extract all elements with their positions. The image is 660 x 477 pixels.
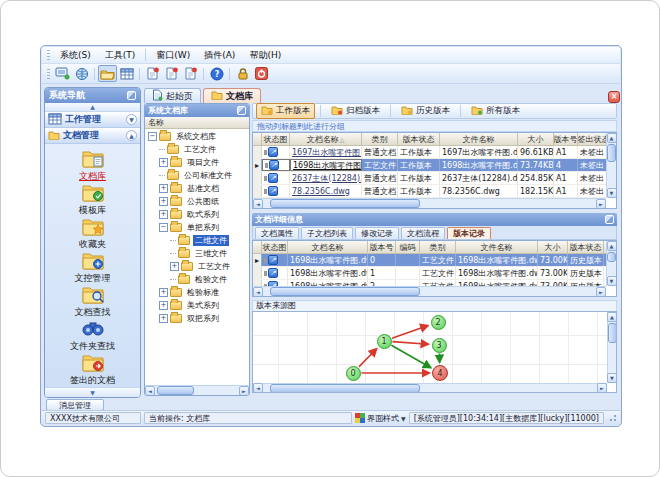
column-header-1[interactable]: 文档名称△ xyxy=(290,133,362,145)
sidebar-scroll-down[interactable]: ▼ xyxy=(45,387,140,397)
version-button-3[interactable]: 历史版本 xyxy=(396,103,455,119)
version-button-1[interactable]: 工作版本 xyxy=(256,103,315,119)
version-node-1[interactable]: 1 xyxy=(377,334,392,349)
tree-node-13[interactable]: +检验标准 xyxy=(145,286,249,299)
horizontal-scrollbar[interactable]: ◄► xyxy=(253,198,606,208)
tree-node-6[interactable]: +公共图纸 xyxy=(145,195,249,208)
sidebar-group-1[interactable]: 工作管理▼ xyxy=(45,112,140,128)
tree-node-2[interactable]: 工艺文件 xyxy=(145,143,249,156)
version-node-4[interactable]: 4 xyxy=(432,365,448,381)
menu-item-5[interactable]: 帮助(H) xyxy=(242,47,288,64)
cancel-checkout-icon[interactable] xyxy=(181,65,200,82)
column-header-1[interactable]: 文档名称 xyxy=(288,241,368,253)
pin-icon[interactable] xyxy=(127,91,136,100)
tree-node-3[interactable]: +项目文件 xyxy=(145,156,249,169)
tree-horizontal-scrollbar[interactable]: ◄► xyxy=(145,385,249,395)
column-header-0[interactable]: 状态图 xyxy=(262,241,288,253)
column-header-0[interactable]: 状态图 xyxy=(262,133,290,145)
pin-icon[interactable] xyxy=(605,215,614,224)
collapse-icon[interactable]: − xyxy=(148,132,157,141)
exit-icon[interactable] xyxy=(252,65,271,82)
tree-column-header[interactable]: 名称 xyxy=(145,117,249,129)
table-row[interactable]: ↗1698出水嘴零件图.dwg1工艺文件1698出水嘴零件图.dwg73.00K… xyxy=(253,267,616,280)
chevron-down-icon[interactable]: ▼ xyxy=(126,114,137,125)
sidebar-group-2[interactable]: 文档管理▲ xyxy=(45,128,140,144)
interface-icon[interactable] xyxy=(53,65,72,82)
column-header-5[interactable]: 文件名称 xyxy=(456,241,538,253)
column-header-2[interactable]: 版本号 xyxy=(368,241,396,253)
sidebar-item-6[interactable]: 文件夹查找 xyxy=(45,318,140,352)
column-header-6[interactable]: 大小 xyxy=(538,241,568,253)
menu-item-1[interactable]: 系统(S) xyxy=(53,47,98,64)
column-header-2[interactable]: 类别 xyxy=(362,133,398,145)
version-button-4[interactable]: 所有版本 xyxy=(466,103,525,119)
expand-icon[interactable]: + xyxy=(159,288,168,297)
version-node-2[interactable]: 2 xyxy=(431,315,446,330)
collapse-icon[interactable]: − xyxy=(159,223,168,232)
table-row[interactable]: ↗2637主体(12284).dwg普通文档工作版本2637主体(12284).… xyxy=(253,172,616,185)
tree-node-14[interactable]: +美式系列 xyxy=(145,299,249,312)
sidebar-item-3[interactable]: 收藏夹 xyxy=(45,216,140,250)
expand-icon[interactable]: + xyxy=(159,158,168,167)
detail-tab-3[interactable]: 修改记录 xyxy=(355,227,399,239)
tree-node-9[interactable]: 二维文件 xyxy=(145,234,249,247)
pin-icon[interactable] xyxy=(237,106,246,115)
horizontal-scrollbar[interactable]: ◄► xyxy=(253,383,607,392)
globe-icon[interactable] xyxy=(72,65,91,82)
tree-node-4[interactable]: 公司标准文件 xyxy=(145,169,249,182)
menu-drag-grip[interactable] xyxy=(47,50,50,60)
detail-tab-1[interactable]: 文档属性 xyxy=(255,227,299,239)
version-button-2[interactable]: 归档版本 xyxy=(326,103,385,119)
column-header-3[interactable]: 版本状态 xyxy=(398,133,440,145)
column-header-5[interactable]: 大小 xyxy=(518,133,554,145)
column-header-4[interactable]: 类别 xyxy=(420,241,456,253)
column-header-6[interactable]: 版本号 xyxy=(554,133,578,145)
detail-tab-2[interactable]: 子文档列表 xyxy=(301,227,353,239)
expand-icon[interactable]: + xyxy=(159,210,168,219)
resize-grip[interactable] xyxy=(609,414,617,422)
template-grid-icon[interactable] xyxy=(117,65,136,82)
tree-node-12[interactable]: 检验文件 xyxy=(145,273,249,286)
tree-node-15[interactable]: +双把系列 xyxy=(145,312,249,325)
sidebar-item-7[interactable]: 签出的文档 xyxy=(45,352,140,386)
expand-icon[interactable]: + xyxy=(170,262,179,271)
table-row[interactable]: ↗1697出水嘴零件图.dwg普通文档工作版本1697出水嘴零件图.dwg96.… xyxy=(253,146,616,159)
sidebar-collapse-strip[interactable]: ▲ xyxy=(45,103,140,112)
sidebar-item-2[interactable]: 模板库 xyxy=(45,182,140,216)
table-row[interactable]: ▸↗1698出水嘴零件图.dwg工艺文件工作版本1698出水嘴零件图.dwg73… xyxy=(253,159,616,172)
expand-icon[interactable]: + xyxy=(159,314,168,323)
document-library-icon[interactable] xyxy=(98,65,117,82)
expand-icon[interactable]: + xyxy=(159,184,168,193)
tree-node-11[interactable]: +工艺文件 xyxy=(145,260,249,273)
table-row[interactable]: ▸↗1698出水嘴零件图.dwg0工艺文件1698出水嘴零件图.dwg73.00… xyxy=(253,254,616,267)
lock-icon[interactable] xyxy=(233,65,252,82)
tab-2[interactable]: 文档库 xyxy=(203,88,261,103)
column-header-3[interactable]: 编码 xyxy=(396,241,420,253)
help-icon[interactable]: ? xyxy=(207,65,226,82)
tab-1[interactable]: 起始页 xyxy=(144,88,201,103)
checkin-document-icon[interactable] xyxy=(143,65,162,82)
table-row[interactable]: ↗78.2356C.dwg普通文档工作版本78.2356C.dwg182.15K… xyxy=(253,185,616,198)
vertical-scrollbar[interactable]: ▲▼ xyxy=(606,241,616,286)
expand-icon[interactable]: + xyxy=(159,301,168,310)
horizontal-scrollbar[interactable]: ◄► xyxy=(253,286,606,296)
column-header-7[interactable]: 版本状态 xyxy=(568,241,604,253)
checkout-document-icon[interactable] xyxy=(162,65,181,82)
tree-node-1[interactable]: −系统文档库 xyxy=(145,130,249,143)
detail-tab-5[interactable]: 版本记录 xyxy=(447,227,491,239)
sidebar-item-5[interactable]: 文档查找 xyxy=(45,284,140,318)
vertical-scrollbar[interactable]: ▲▼ xyxy=(607,312,616,383)
style-selector[interactable]: 界面样式 ▼ xyxy=(355,413,406,424)
sidebar-item-1[interactable]: 文档库 xyxy=(45,148,140,182)
menu-item-3[interactable]: 窗口(W) xyxy=(149,47,197,64)
chevron-up-icon[interactable]: ▲ xyxy=(126,130,137,141)
vertical-scrollbar[interactable]: ▲▼ xyxy=(606,133,616,198)
detail-tab-4[interactable]: 文档流程 xyxy=(401,227,445,239)
column-header-4[interactable]: 文件名称 xyxy=(440,133,518,145)
tree-node-8[interactable]: −单把系列 xyxy=(145,221,249,234)
menu-item-4[interactable]: 插件(A) xyxy=(197,47,242,64)
expand-icon[interactable]: + xyxy=(159,197,168,206)
version-graph[interactable]: 01234▲▼◄► xyxy=(252,311,617,393)
sidebar-item-4[interactable]: 文控管理 xyxy=(45,250,140,284)
toolbar-drag-grip[interactable] xyxy=(47,69,50,79)
